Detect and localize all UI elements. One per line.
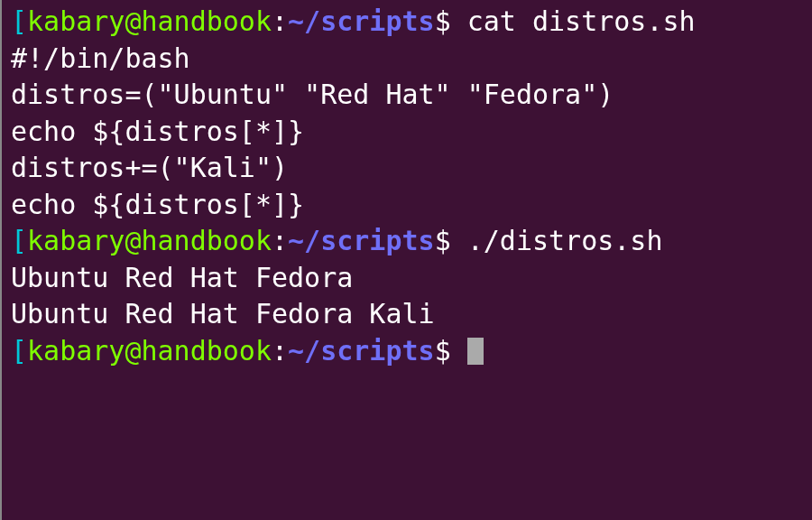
script-shebang: #!/bin/bash xyxy=(11,41,803,78)
prompt-symbol: $ xyxy=(435,5,451,37)
bracket-icon: [ xyxy=(11,335,27,367)
user-host: kabary@handbook xyxy=(27,225,272,256)
prompt-symbol: $ xyxy=(435,335,451,367)
bracket-icon: [ xyxy=(11,5,27,37)
script-echo-1: echo ${distros[*]} xyxy=(11,114,803,151)
prompt-line-3[interactable]: [kabary@handbook:~/scripts$ xyxy=(11,333,803,370)
script-assign: distros=("Ubuntu" "Red Hat" "Fedora") xyxy=(11,77,803,114)
terminal-window[interactable]: [kabary@handbook:~/scripts$ cat distros.… xyxy=(11,4,803,369)
output-line-1: Ubuntu Red Hat Fedora xyxy=(11,260,803,297)
prompt-symbol: $ xyxy=(435,225,451,256)
bracket-icon: [ xyxy=(11,225,27,256)
script-append: distros+=("Kali") xyxy=(11,150,803,187)
user-host: kabary@handbook xyxy=(27,5,272,37)
cwd-path: ~/scripts xyxy=(288,5,435,37)
cwd-path: ~/scripts xyxy=(288,335,435,367)
cursor-icon xyxy=(467,338,484,365)
separator: : xyxy=(272,5,288,37)
separator: : xyxy=(272,225,288,256)
command-text: cat distros.sh xyxy=(467,5,696,37)
prompt-line-1: [kabary@handbook:~/scripts$ cat distros.… xyxy=(11,4,803,41)
cwd-path: ~/scripts xyxy=(288,225,435,256)
user-host: kabary@handbook xyxy=(27,335,272,367)
script-echo-2: echo ${distros[*]} xyxy=(11,187,803,224)
command-text: ./distros.sh xyxy=(467,225,663,256)
prompt-line-2: [kabary@handbook:~/scripts$ ./distros.sh xyxy=(11,223,803,260)
separator: : xyxy=(272,335,288,367)
output-line-2: Ubuntu Red Hat Fedora Kali xyxy=(11,296,803,333)
